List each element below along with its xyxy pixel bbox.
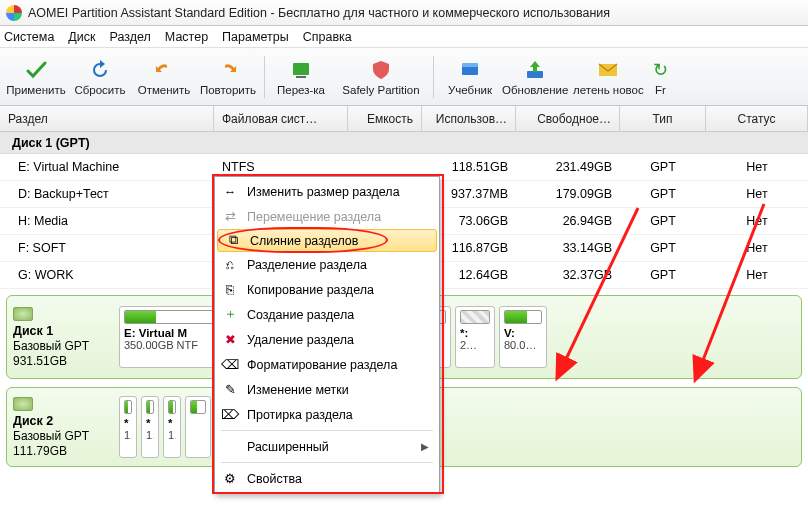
newsletter-button[interactable]: летень новос [568,51,648,103]
window-title: AOMEI Partition Assistant Standard Editi… [28,6,610,20]
partition-name: * [146,417,154,429]
partition-size: 2… [460,339,490,351]
cell-partition: D: Backup+Тест [0,187,214,201]
create-icon: ＋ [221,306,239,324]
svg-rect-3 [462,63,478,67]
undo-button[interactable]: Отменить [132,51,196,103]
format-icon: ⌫ [221,356,239,374]
cell-status: Нет [706,268,808,282]
col-free[interactable]: Свободное… [516,106,620,131]
col-capacity[interactable]: Емкость [348,106,422,131]
disk-1-size: 931.51GB [13,354,113,368]
partition-box[interactable] [185,396,211,458]
update-button[interactable]: Обновление [502,51,568,103]
ctx-label[interactable]: ✎Изменение метки [215,377,439,402]
menu-disk[interactable]: Диск [68,30,95,44]
partition-name: * [168,417,176,429]
cell-status: Нет [706,187,808,201]
cell-free: 32.37GB [516,268,620,282]
disk-icon [13,397,33,411]
cell-free: 33.14GB [516,241,620,255]
submenu-arrow-icon: ▶ [421,441,429,452]
redo-button[interactable]: Повторить [196,51,260,103]
toolbar: Применить Сбросить Отменить Повторить Пе… [0,48,808,106]
col-partition[interactable]: Раздел [0,106,214,131]
col-used[interactable]: Использов… [422,106,516,131]
cell-partition: H: Media [0,214,214,228]
menu-system[interactable]: Система [4,30,54,44]
disk-icon [13,307,33,321]
col-filesystem[interactable]: Файловая сист… [214,106,348,131]
partition-box[interactable]: *1… [119,396,137,458]
disk-2-base: Базовый GPT [13,429,113,443]
resize-icon: ↔ [221,183,239,201]
ctx-advanced[interactable]: Расширенный▶ [215,434,439,459]
reinstall-button[interactable]: Перез-ка [269,51,333,103]
ctx-split[interactable]: ⎌Разделение раздела [215,252,439,277]
menu-partition[interactable]: Раздел [110,30,151,44]
partition-name: * [124,417,132,429]
disk-2-size: 111.79GB [13,444,113,458]
redo-icon [216,58,240,82]
reset-button[interactable]: Сбросить [68,51,132,103]
svg-rect-1 [296,76,306,78]
partition-size: 1… [168,429,176,441]
ctx-move: ⇄Перемещение раздела [215,204,439,229]
safely-partition-button[interactable]: Safely Partition [333,51,429,103]
col-type[interactable]: Тип [620,106,706,131]
ctx-wipe[interactable]: ⌦Протирка раздела [215,402,439,427]
app-logo-icon [6,5,22,21]
cell-partition: G: WORK [0,268,214,282]
move-icon: ⇄ [221,208,239,226]
partition-box[interactable]: *1… [163,396,181,458]
tutorial-button[interactable]: Учебник [438,51,502,103]
gear-icon: ⚙ [221,470,239,488]
disk-2-info: Диск 2 Базовый GPT 111.79GB [13,397,113,458]
disk-1-info: Диск 1 Базовый GPT 931.51GB [13,307,113,368]
disk-group-header[interactable]: Диск 1 (GPT) [0,132,808,154]
shield-icon [369,58,393,82]
cell-status: Нет [706,241,808,255]
cell-free: 179.09GB [516,187,620,201]
disk-1-base: Базовый GPT [13,339,113,353]
advanced-icon [221,438,239,456]
partition-box[interactable]: V:80.00… [499,306,547,368]
menu-options[interactable]: Параметры [222,30,289,44]
cell-type: GPT [620,160,706,174]
mail-icon [596,58,620,82]
context-menu: ↔Изменить размер раздела ⇄Перемещение ра… [214,176,440,494]
ctx-merge[interactable]: ⧉Слияние разделов [217,229,437,252]
disk-2-name: Диск 2 [13,414,113,428]
reset-icon [88,58,112,82]
partition-box[interactable]: E: Virtual M350.00GB NTF [119,306,219,368]
cell-fs: NTFS [214,160,348,174]
ctx-delete[interactable]: ✖Удаление раздела [215,327,439,352]
menu-wizard[interactable]: Мастер [165,30,208,44]
cell-free: 231.49GB [516,160,620,174]
reinstall-icon [289,58,313,82]
cell-status: Нет [706,160,808,174]
ctx-copy[interactable]: ⎘Копирование раздела [215,277,439,302]
partition-box[interactable]: *:2… [455,306,495,368]
svg-rect-4 [527,71,543,78]
undo-icon [152,58,176,82]
partition-box[interactable]: *1… [141,396,159,458]
share-icon: ↻ [648,58,672,82]
menu-help[interactable]: Справка [303,30,352,44]
apply-button[interactable]: Применить [4,51,68,103]
fr-button[interactable]: ↻ Fr [648,51,672,103]
partition-size: 1… [146,429,154,441]
cell-status: Нет [706,214,808,228]
merge-icon: ⧉ [224,232,242,250]
partition-size: 1… [124,429,132,441]
ctx-format[interactable]: ⌫Форматирование раздела [215,352,439,377]
cell-free: 26.94GB [516,214,620,228]
cell-partition: E: Virtual Machine [0,160,214,174]
ctx-create[interactable]: ＋Создание раздела [215,302,439,327]
col-status[interactable]: Статус [706,106,808,131]
column-header: Раздел Файловая сист… Емкость Использов…… [0,106,808,132]
ctx-properties[interactable]: ⚙Свойства [215,466,439,491]
ctx-resize[interactable]: ↔Изменить размер раздела [215,179,439,204]
toolbar-separator [264,56,265,98]
check-icon [24,58,48,82]
